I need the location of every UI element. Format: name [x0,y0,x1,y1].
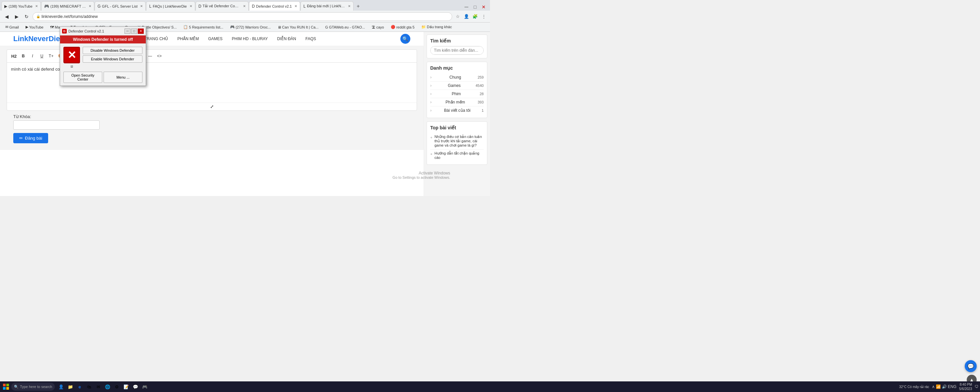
tab-label: (198) YouTube [9,4,33,8]
toolbar-bold[interactable]: B [19,52,27,60]
bookmark-item-7[interactable]: 🎮(272) Warriors Oroc... [228,24,274,30]
category-item-1[interactable]: ›Games4540 [430,82,484,90]
bookmark-item-9[interactable]: GGTAWeb.eu - GTAO... [322,25,368,30]
open-security-center-button[interactable]: Open Security Center [64,71,102,83]
back-button[interactable]: ◀ [3,13,11,21]
nav-item-3[interactable]: PHIM HD - BLURAY [230,35,270,43]
tab-close-icon[interactable]: ✕ [348,4,350,8]
browser-tab-3[interactable]: GGFL - GFL Server List✕ [95,1,146,11]
nav-item-2[interactable]: GAMES [206,35,224,43]
toolbar-underline[interactable]: U [38,52,46,60]
lock-icon: 🔒 [36,14,40,18]
bookmark-item-10[interactable]: 🏝cayo [369,25,387,30]
category-arrow: › [430,108,431,113]
browser-tab-6[interactable]: DDefender Control v2.1✕ [249,1,300,11]
toolbar-code[interactable]: <> [155,52,164,60]
new-tab-button[interactable]: + [354,2,363,11]
top-post-dot: ● [430,135,433,139]
category-name: Phần mềm [445,100,465,105]
browser-tab-5[interactable]: DTải về Defender Control v2.0 m...✕ [196,1,249,11]
top-post-text: Hướng dẫn tắt chặn quảng cáo [434,151,484,160]
maximize-button[interactable]: □ [471,3,479,11]
category-arrow: › [430,75,431,79]
category-item-2[interactable]: ›Phim28 [430,90,484,98]
tab-close-icon[interactable]: ✕ [189,4,192,8]
category-count: 28 [480,92,484,96]
tab-label: FAQs | LinkNeverDie [153,4,187,8]
tab-favicon: L [304,4,306,9]
categories-list: ›Chung259›Games4540›Phim28›Phần mềm393›B… [430,73,484,114]
keywords-input[interactable] [13,121,100,130]
submit-button[interactable]: ✏ Đăng bài [13,133,48,143]
dialog-resize-button[interactable]: □ [131,29,137,34]
browser-tab-4[interactable]: LFAQs | LinkNeverDie✕ [146,1,195,11]
bookmark-item-0[interactable]: ✉Gmail [3,24,22,30]
tab-close-icon[interactable]: ✕ [35,4,38,8]
dialog-status-bar: Windows Defender is turned off [60,35,146,43]
nav-item-0[interactable]: TRANG CHỦ [142,35,170,43]
nav-item-1[interactable]: PHẦN MỀM [175,35,201,43]
dialog-status-text: Windows Defender is turned off [73,37,133,42]
disable-defender-button[interactable]: Disable Windows Defender [83,47,142,54]
extension-icon[interactable]: 🧩 [471,13,479,20]
forward-button[interactable]: ▶ [13,13,21,21]
tab-bar: ▶(198) YouTube✕🎮(199) MINECRAFT LEGENDS … [0,0,490,11]
dialog-app-icon: D [62,29,67,33]
browser-tab-7[interactable]: LĐăng bài mới | LinkNeverDie✕ [301,1,353,11]
category-item-3[interactable]: ›Phần mềm393 [430,98,484,106]
browser-tab-2[interactable]: 🎮(199) MINECRAFT LEGENDS | C...✕ [41,1,94,11]
site-logo[interactable]: LinkNeverDie [13,35,60,43]
dialog-title-text: Defender Control v2.1 [68,29,104,33]
toolbar-h2[interactable]: H2 [10,52,18,60]
bookmark-favicon: 🏝 [371,25,375,29]
settings-icon[interactable]: ⋮ [480,13,487,20]
tab-favicon: D [199,4,202,9]
site-search-button[interactable]: 🔍 [400,34,410,44]
reload-button[interactable]: ↻ [22,13,30,21]
address-bar[interactable]: 🔒 linkneverdie.net/forums/addnew [33,12,452,21]
bookmark-favicon: 📁 [421,25,426,29]
tab-close-icon[interactable]: ✕ [294,4,297,8]
bookmark-item-11[interactable]: 🔴reddit gta 5 [388,24,417,30]
sidebar-search-input[interactable] [431,46,484,54]
enable-defender-button[interactable]: Enable Windows Defender [83,56,142,63]
top-post-item-0[interactable]: ●Những điều cơ bản cần tuần thủ trước kh… [430,133,484,149]
bookmark-item-6[interactable]: 📋5 Requirements list... [181,24,226,30]
bookmark-icon[interactable]: ☆ [454,13,461,20]
menu-button[interactable]: Menu ... [103,71,142,83]
bookmark-item-12[interactable]: 📁Dấu trang khác [418,24,455,30]
tab-close-icon[interactable]: ✕ [140,4,143,8]
toolbar-italic[interactable]: I [28,52,37,60]
category-item-4[interactable]: ›Bài viết của tôi1 [430,106,484,114]
bookmark-item-8[interactable]: 🖥Can You RUN It | Ca... [275,25,321,30]
defender-dialog: D Defender Control v2.1 ─ □ ✕ Windows De… [60,27,146,86]
browser-tab-1[interactable]: ▶(198) YouTube✕ [1,1,41,11]
minimize-button[interactable]: ─ [463,3,470,11]
category-count: 4540 [476,84,484,87]
dialog-close-button[interactable]: ✕ [138,29,144,34]
bookmark-favicon: ✉ [5,25,8,29]
toolbar-divider[interactable]: — [146,52,154,60]
profile-icon[interactable]: 👤 [463,13,470,20]
tab-favicon: D [252,4,255,9]
toolbar-text-size[interactable]: T+ [47,52,56,60]
close-browser-button[interactable]: ✕ [480,3,487,11]
tab-label: Defender Control v2.1 [256,4,292,8]
editor-expand[interactable]: ⤢ [7,103,417,110]
bookmark-item-1[interactable]: ▶YouTube [23,24,46,30]
nav-item-5[interactable]: FAQS [304,35,318,43]
tab-close-icon[interactable]: ✕ [243,4,246,8]
dialog-action-buttons: Disable Windows Defender Enable Windows … [83,47,142,63]
tab-favicon: L [149,4,151,9]
bookmark-label: reddit gta 5 [396,25,415,29]
tab-close-icon[interactable]: ✕ [89,4,91,8]
category-item-0[interactable]: ›Chung259 [430,73,484,82]
nav-item-4[interactable]: DIỄN ĐÀN [275,35,298,43]
top-post-item-1[interactable]: ●Hướng dẫn tắt chặn quảng cáo [430,149,484,161]
dialog-title-left: D Defender Control v2.1 [62,29,104,33]
dialog-minimize-button[interactable]: ─ [124,29,130,34]
bookmark-label: Gmail [9,25,19,29]
sidebar-categories-section: Danh mục ›Chung259›Games4540›Phim28›Phần… [426,62,487,118]
address-bar-row: ◀ ▶ ↻ 🔒 linkneverdie.net/forums/addnew ☆… [0,11,490,22]
category-name: Bài viết của tôi [444,108,471,113]
